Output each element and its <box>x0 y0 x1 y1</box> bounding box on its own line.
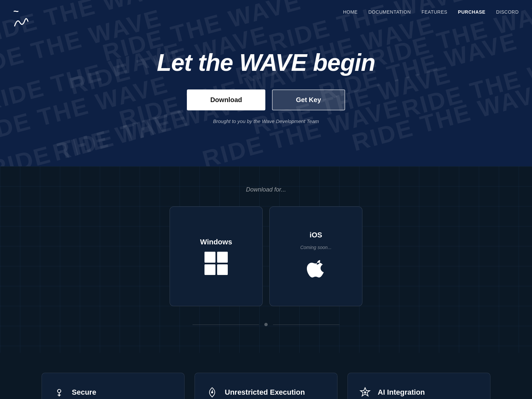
secure-icon <box>52 385 66 399</box>
navbar: HOME DOCUMENTATION FEATURES PURCHASE DIS… <box>0 0 532 24</box>
hero-subtitle: Brought to you by the Wave Development T… <box>157 118 375 124</box>
download-section: Download for... Windows iOS Coming soon.… <box>0 166 532 353</box>
windows-label: Windows <box>200 238 232 246</box>
feature-header-execution: Unrestricted Execution <box>205 385 327 399</box>
secure-title: Secure <box>72 388 96 397</box>
download-for-label: Download for... <box>246 186 286 193</box>
nav-discord[interactable]: DISCORD <box>496 9 519 15</box>
feature-card-ai: AI Integration Got a bug in your code an… <box>347 373 490 399</box>
hero-title: Let the WAVE begin <box>157 49 375 76</box>
ios-coming-soon: Coming soon... <box>300 245 332 250</box>
feature-card-execution: Unrestricted Execution Featuring 100% UN… <box>195 373 337 399</box>
svg-point-1 <box>59 395 60 396</box>
svg-point-4 <box>364 391 366 393</box>
get-key-button[interactable]: Get Key <box>272 89 345 110</box>
ai-title: AI Integration <box>378 388 425 397</box>
section-splitter <box>193 323 339 326</box>
nav-links: HOME DOCUMENTATION FEATURES PURCHASE DIS… <box>343 9 519 15</box>
splitter-line-left <box>193 325 259 325</box>
nav-documentation[interactable]: DOCUMENTATION <box>368 9 411 15</box>
splitter-line-right <box>273 325 339 325</box>
logo <box>13 6 29 18</box>
splitter-dot <box>264 323 268 326</box>
logo-image <box>13 6 29 18</box>
download-button[interactable]: Download <box>187 89 265 110</box>
feature-header-secure: Secure <box>52 385 174 399</box>
execution-icon <box>205 385 219 399</box>
execution-title: Unrestricted Execution <box>225 388 305 397</box>
features-section: Secure We make sure your time using our … <box>0 353 532 399</box>
apple-icon <box>304 255 328 282</box>
nav-home[interactable]: HOME <box>343 9 358 15</box>
nav-purchase[interactable]: PURCHASE <box>458 9 485 15</box>
feature-header-ai: AI Integration <box>358 385 480 399</box>
svg-point-0 <box>58 389 61 393</box>
windows-icon <box>204 252 228 275</box>
hero-section: RIDE THE WAVE RIDE THE WAVE RIDE THE WAV… <box>0 0 532 166</box>
nav-features[interactable]: FEATURES <box>422 9 448 15</box>
platform-cards: Windows iOS Coming soon... <box>170 206 362 306</box>
feature-card-secure: Secure We make sure your time using our … <box>42 373 185 399</box>
ai-icon <box>358 385 372 399</box>
windows-card[interactable]: Windows <box>170 206 263 306</box>
hero-content: Let the WAVE begin Download Get Key Brou… <box>157 49 375 124</box>
hero-buttons: Download Get Key <box>157 89 375 110</box>
ios-card[interactable]: iOS Coming soon... <box>269 206 362 306</box>
ios-label: iOS <box>310 231 322 239</box>
